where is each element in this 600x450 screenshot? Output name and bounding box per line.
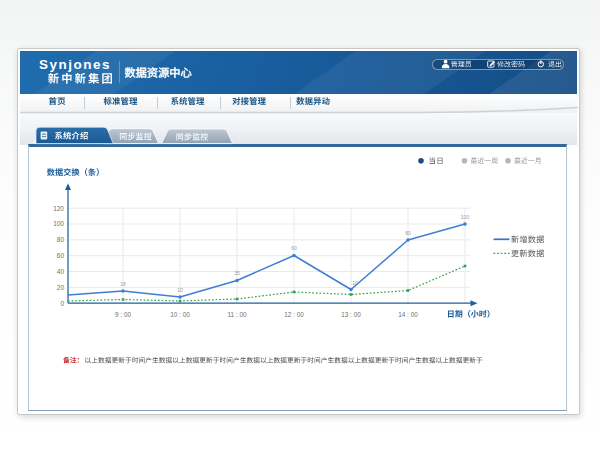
svg-text:40: 40 <box>57 268 65 275</box>
svg-text:11 : 00: 11 : 00 <box>227 311 247 318</box>
svg-text:120: 120 <box>53 205 64 212</box>
svg-text:20: 20 <box>57 284 65 291</box>
svg-text:80: 80 <box>57 236 65 243</box>
svg-text:14 : 00: 14 : 00 <box>398 311 418 318</box>
svg-text:12 : 00: 12 : 00 <box>284 311 304 318</box>
svg-text:9 : 00: 9 : 00 <box>115 311 131 318</box>
svg-text:18: 18 <box>120 281 126 287</box>
svg-text:100: 100 <box>53 220 64 227</box>
svg-text:10: 10 <box>177 287 183 293</box>
svg-text:13 : 00: 13 : 00 <box>341 311 361 318</box>
svg-text:35: 35 <box>234 270 240 276</box>
svg-text:60: 60 <box>57 252 65 259</box>
svg-text:0: 0 <box>60 300 64 307</box>
svg-text:10 : 00: 10 : 00 <box>170 311 190 318</box>
svg-text:100: 100 <box>461 214 470 220</box>
svg-text:60: 60 <box>291 245 297 251</box>
svg-text:80: 80 <box>405 230 411 236</box>
